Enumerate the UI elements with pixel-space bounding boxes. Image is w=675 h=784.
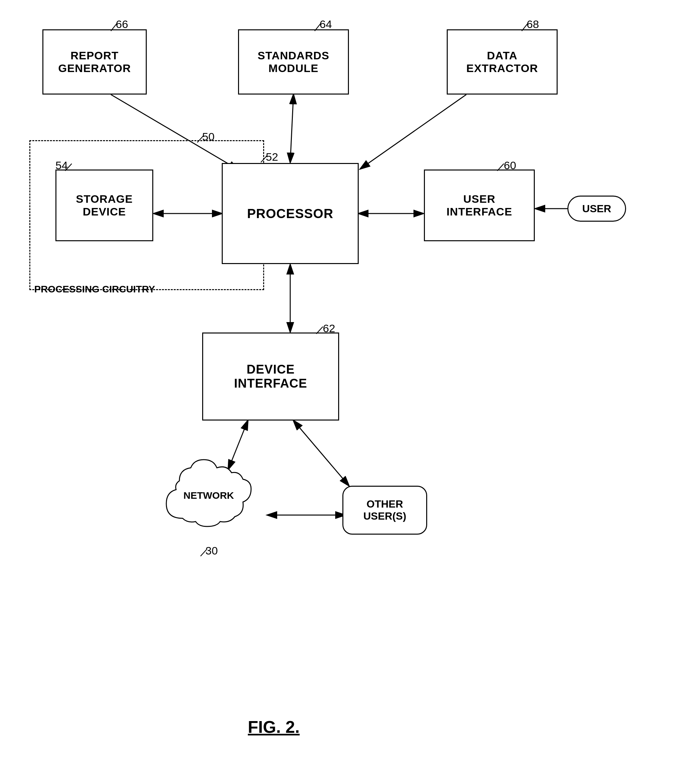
network-cloud: NETWORK bbox=[156, 453, 261, 538]
svg-line-1 bbox=[290, 95, 293, 162]
svg-line-16 bbox=[497, 163, 504, 171]
user-node: USER bbox=[567, 196, 626, 222]
svg-line-11 bbox=[315, 23, 321, 31]
user-interface-label: USER INTERFACE bbox=[446, 193, 512, 218]
ref-62-tick bbox=[315, 324, 331, 336]
ref-66-tick bbox=[108, 20, 127, 33]
storage-device-box: STORAGE DEVICE bbox=[55, 170, 153, 241]
user-label: USER bbox=[582, 203, 611, 215]
device-interface-box: DEVICE INTERFACE bbox=[202, 333, 339, 420]
report-generator-box: REPORT GENERATOR bbox=[42, 30, 147, 95]
other-users-node: OTHER USER(S) bbox=[342, 486, 427, 535]
svg-line-8 bbox=[293, 420, 349, 486]
svg-line-17 bbox=[316, 327, 323, 334]
report-generator-label: REPORT GENERATOR bbox=[58, 49, 131, 75]
svg-line-14 bbox=[65, 163, 72, 171]
ref-30-tick bbox=[199, 546, 215, 558]
data-extractor-box: DATA EXTRACTOR bbox=[447, 30, 558, 95]
diagram: REPORT GENERATOR 66 STANDARDS MODULE 64 … bbox=[0, 0, 675, 784]
ref-60-tick bbox=[496, 161, 512, 173]
ref-64-tick bbox=[312, 20, 331, 33]
storage-device-label: STORAGE DEVICE bbox=[76, 193, 133, 218]
svg-line-15 bbox=[261, 155, 267, 162]
data-extractor-label: DATA EXTRACTOR bbox=[466, 49, 538, 75]
svg-line-13 bbox=[197, 135, 204, 142]
other-users-label: OTHER USER(S) bbox=[363, 498, 406, 522]
ref-50-tick bbox=[196, 133, 212, 144]
user-interface-box: USER INTERFACE bbox=[424, 170, 535, 241]
svg-line-2 bbox=[360, 95, 466, 169]
standards-module-box: STANDARDS MODULE bbox=[238, 30, 349, 95]
device-interface-label: DEVICE INTERFACE bbox=[234, 362, 307, 390]
svg-text:NETWORK: NETWORK bbox=[184, 490, 234, 501]
figure-label: FIG. 2. bbox=[248, 717, 300, 737]
ref-68-tick bbox=[519, 20, 538, 33]
processor-box: PROCESSOR bbox=[222, 163, 359, 264]
standards-module-label: STANDARDS MODULE bbox=[257, 49, 329, 75]
svg-line-19 bbox=[201, 549, 207, 556]
ref-52-tick bbox=[259, 152, 276, 164]
svg-line-10 bbox=[111, 23, 117, 31]
processor-label: PROCESSOR bbox=[247, 206, 334, 221]
processing-circuitry-label: PROCESSING CIRCUITRY bbox=[34, 284, 155, 295]
svg-line-12 bbox=[522, 23, 528, 31]
ref-54-tick bbox=[64, 161, 80, 173]
